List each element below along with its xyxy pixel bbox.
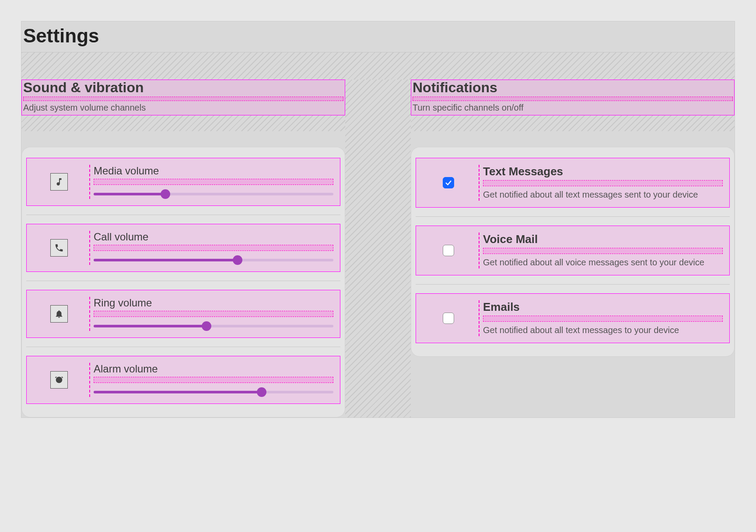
divider	[26, 215, 340, 215]
volume-row-media: Media volume	[26, 158, 340, 206]
notification-title: Emails	[483, 300, 723, 314]
text-messages-checkbox[interactable]	[443, 177, 454, 188]
squiggle-placeholder	[483, 316, 723, 322]
volume-label: Alarm volume	[94, 363, 333, 375]
header-spacer	[21, 52, 735, 80]
squiggle-placeholder	[94, 311, 333, 317]
music-note-icon	[50, 173, 68, 191]
notification-desc: Get notified about all text messages to …	[483, 324, 723, 336]
squiggle-placeholder	[23, 97, 343, 101]
checkbox-cell	[418, 165, 480, 201]
call-volume-slider[interactable]	[94, 255, 333, 265]
sound-section-subtitle: Adjust system volume channels	[23, 103, 343, 113]
settings-frame: Settings Sound & vibration Adjust system…	[21, 21, 735, 418]
divider	[26, 281, 340, 281]
icon-cell	[29, 297, 90, 331]
page-title: Settings	[21, 21, 735, 52]
notification-desc: Get notified about all voice messages se…	[483, 257, 723, 268]
icon-cell	[29, 231, 90, 265]
sound-gap-hatch	[21, 115, 345, 131]
sound-column: Sound & vibration Adjust system volume c…	[21, 80, 345, 417]
notification-desc: Get notified about all text messages sen…	[483, 189, 723, 201]
notification-title: Text Messages	[483, 165, 723, 178]
sound-card: Media volume	[21, 147, 345, 417]
checkbox-cell	[418, 300, 480, 336]
notification-title: Voice Mail	[483, 233, 723, 246]
emails-checkbox[interactable]	[443, 313, 454, 324]
notifications-section-subtitle: Turn specific channels on/off	[413, 103, 733, 113]
notifications-card: Text Messages Get notified about all tex…	[411, 147, 735, 357]
checkbox-cell	[418, 233, 480, 268]
volume-label: Call volume	[94, 231, 333, 243]
phone-icon	[50, 239, 68, 257]
media-volume-slider[interactable]	[94, 189, 333, 199]
alarm-clock-icon	[50, 371, 68, 389]
volume-label: Ring volume	[94, 297, 333, 309]
volume-label: Media volume	[94, 165, 333, 177]
volume-row-call: Call volume	[26, 224, 340, 272]
divider	[26, 347, 340, 347]
volume-row-alarm: Alarm volume	[26, 356, 340, 404]
ring-volume-slider[interactable]	[94, 321, 333, 331]
icon-cell	[29, 165, 90, 199]
squiggle-placeholder	[483, 180, 723, 186]
squiggle-placeholder	[94, 377, 333, 383]
bell-icon	[50, 305, 68, 323]
notifications-section-title: Notifications	[413, 80, 733, 96]
notifications-gap-hatch	[411, 115, 735, 131]
squiggle-placeholder	[413, 97, 733, 101]
squiggle-placeholder	[483, 248, 723, 254]
squiggle-placeholder	[94, 245, 333, 251]
alarm-volume-slider[interactable]	[94, 387, 333, 397]
notifications-column: Notifications Turn specific channels on/…	[411, 80, 735, 417]
icon-cell	[29, 363, 90, 397]
voice-mail-checkbox[interactable]	[443, 245, 454, 256]
volume-row-ring: Ring volume	[26, 290, 340, 338]
divider	[416, 216, 730, 217]
notifications-section-header: Notifications Turn specific channels on/…	[411, 80, 735, 115]
center-gap-hatch	[345, 80, 411, 417]
notification-row-text-messages: Text Messages Get notified about all tex…	[416, 158, 730, 208]
sound-section-title: Sound & vibration	[23, 80, 343, 96]
columns: Sound & vibration Adjust system volume c…	[21, 80, 735, 417]
squiggle-placeholder	[94, 179, 333, 185]
sound-section-header: Sound & vibration Adjust system volume c…	[21, 80, 345, 115]
divider	[416, 284, 730, 285]
notification-row-emails: Emails Get notified about all text messa…	[416, 293, 730, 343]
notification-row-voice-mail: Voice Mail Get notified about all voice …	[416, 226, 730, 275]
